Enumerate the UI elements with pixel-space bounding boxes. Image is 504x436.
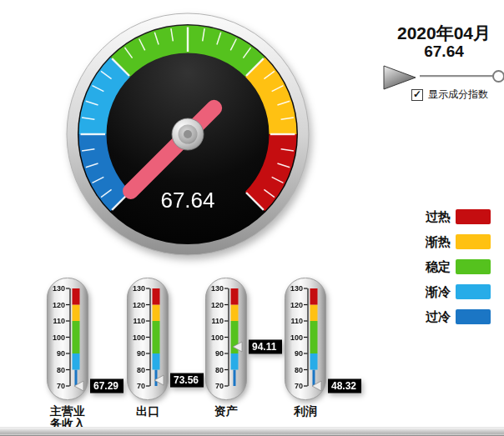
svg-text:80: 80: [137, 366, 145, 374]
gauge-value-label: 67.64: [160, 188, 214, 213]
svg-text:70: 70: [57, 382, 65, 390]
thermometer-tube: 70 80 90 100 110 120 130 94.11: [205, 278, 289, 404]
svg-text:80: 80: [57, 366, 65, 374]
svg-text:130: 130: [53, 284, 65, 293]
value-tag: 94.11: [249, 339, 282, 353]
svg-text:130: 130: [211, 284, 224, 293]
legend-swatch: [456, 259, 491, 274]
thermometer-chart: 70 80 90 100 110 120 130 73.56 出口: [127, 278, 210, 408]
legend-item: 过热: [416, 209, 491, 224]
legend-item-label: 渐热: [416, 234, 451, 250]
value-tag: 67.29: [90, 379, 123, 393]
svg-text:94.11: 94.11: [252, 341, 277, 353]
show-components-row: ✓ 显示成分指数: [411, 88, 488, 102]
thermometer-label: 资产: [206, 405, 246, 418]
svg-text:130: 130: [290, 284, 303, 293]
svg-text:110: 110: [290, 317, 303, 325]
timeline-slider-track[interactable]: [420, 75, 500, 78]
svg-text:120: 120: [211, 301, 224, 309]
svg-text:48.32: 48.32: [331, 380, 356, 392]
svg-text:80: 80: [215, 366, 224, 374]
thermometer-tube: 70 80 90 100 110 120 130 67.29: [47, 278, 130, 404]
svg-text:70: 70: [137, 382, 145, 390]
legend-item: 稳定: [416, 259, 491, 274]
svg-text:70: 70: [295, 382, 303, 390]
thermometer-chart: 70 80 90 100 110 120 130 67.29 主营业务收入: [47, 278, 130, 408]
value-tag: 48.32: [328, 379, 361, 393]
gauge-chart: 67.64: [63, 13, 313, 256]
index-value-label: 67.64: [377, 43, 504, 61]
svg-text:100: 100: [53, 333, 65, 342]
svg-text:120: 120: [133, 301, 145, 309]
value-tag: 73.56: [170, 373, 204, 388]
thermometer-chart: 70 80 90 100 110 120 130 48.32 利润: [285, 278, 368, 408]
svg-text:70: 70: [215, 382, 224, 390]
show-components-label: 显示成分指数: [428, 88, 488, 102]
svg-text:100: 100: [133, 333, 145, 342]
legend-swatch: [456, 234, 491, 249]
svg-text:120: 120: [290, 301, 303, 309]
svg-text:90: 90: [215, 349, 224, 358]
thermometers: 70 80 90 100 110 120 130 67.29 主营业务收入: [0, 278, 504, 436]
thermometer-chart: 70 80 90 100 110 120 130 94.11 资产: [205, 278, 289, 408]
timeline-slider-handle[interactable]: [492, 70, 504, 83]
bottom-frame-bar: [0, 427, 504, 436]
svg-text:90: 90: [137, 349, 145, 358]
svg-text:90: 90: [295, 349, 303, 358]
gauge-hub: [172, 118, 204, 150]
thermometer-label: 利润: [285, 405, 325, 418]
prosperity-index-gauge: 67.64: [63, 13, 313, 256]
thermometer-label: 出口: [128, 405, 168, 418]
prosperity-dashboard: 67.64 2020年04月 67.64 ✓ 显示成分指数 过热渐热稳定渐冷过冷: [0, 0, 504, 436]
svg-text:110: 110: [53, 317, 65, 325]
svg-text:120: 120: [53, 301, 65, 309]
legend-item-label: 过热: [416, 209, 451, 225]
svg-text:100: 100: [211, 333, 224, 342]
svg-text:100: 100: [290, 333, 303, 342]
svg-text:67.29: 67.29: [93, 380, 118, 392]
svg-text:110: 110: [211, 317, 224, 325]
period-label: 2020年04月: [377, 22, 504, 45]
thermometer-tube: 70 80 90 100 110 120 130 73.56: [127, 278, 210, 404]
legend-item: 渐热: [416, 234, 491, 249]
svg-text:110: 110: [133, 317, 145, 325]
show-components-checkbox[interactable]: ✓: [411, 89, 423, 101]
svg-text:80: 80: [295, 366, 303, 374]
svg-text:90: 90: [57, 349, 65, 358]
play-icon: [384, 66, 416, 89]
thermometer-tube: 70 80 90 100 110 120 130 48.32: [285, 278, 368, 404]
svg-text:130: 130: [133, 284, 145, 293]
legend-swatch: [456, 209, 491, 224]
legend-item-label: 稳定: [416, 259, 451, 275]
svg-text:73.56: 73.56: [174, 374, 199, 386]
